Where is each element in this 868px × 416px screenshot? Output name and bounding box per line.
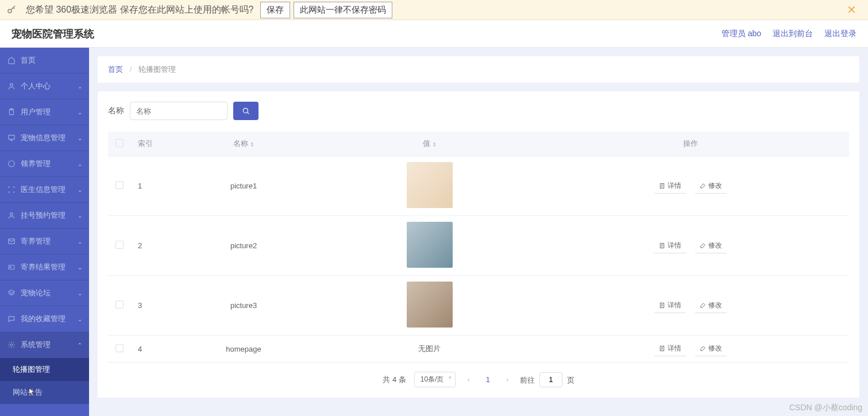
cell-index: 4 [131, 336, 160, 363]
search-row: 名称 [108, 102, 849, 120]
sidebar-item-10[interactable]: 我的收藏管理⌄ [0, 306, 89, 332]
goto-input[interactable] [539, 372, 562, 387]
chevron-down-icon: ⌄ [78, 213, 82, 219]
table-row: 1 picture1 详情 修改 [108, 156, 849, 216]
page-number[interactable]: 1 [481, 375, 495, 384]
main-panel: 名称 索引 名称▲▼ 值▲▼ 操作 1 pict [98, 91, 859, 398]
watermark: CSDN @小蔡coding [789, 403, 862, 413]
page-size-select[interactable]: 10条/页 [414, 372, 456, 387]
cell-actions: 详情 修改 [532, 156, 849, 216]
checkbox-all[interactable] [115, 139, 124, 147]
browser-never-button[interactable]: 此网站一律不保存密码 [294, 2, 392, 18]
sidebar-item-label: 寄养管理 [21, 236, 51, 246]
clipboard-icon [7, 107, 16, 117]
row-checkbox[interactable] [115, 344, 124, 352]
browser-save-message: 您希望 360极速浏览器 保存您在此网站上使用的帐号吗? [26, 4, 253, 16]
sidebar-item-label: 医生信息管理 [21, 184, 65, 195]
sidebar-item-label: 挂号预约管理 [21, 210, 65, 221]
cell-index: 2 [131, 216, 160, 276]
edit-button[interactable]: 修改 [695, 341, 727, 356]
exit-front-link[interactable]: 退出到前台 [773, 29, 813, 39]
row-checkbox[interactable] [115, 181, 124, 189]
svg-point-8 [10, 267, 11, 268]
sidebar-item-9[interactable]: 宠物论坛⌄ [0, 280, 89, 306]
table-row: 4 homepage 无图片 详情 修改 [108, 336, 849, 363]
detail-button[interactable]: 详情 [654, 238, 686, 253]
sidebar-item-7[interactable]: 寄养管理⌄ [0, 229, 89, 255]
chevron-down-icon: ⌄ [78, 290, 82, 296]
th-value[interactable]: 值▲▼ [327, 132, 531, 156]
chevron-down-icon: ⌄ [78, 187, 82, 193]
search-button[interactable] [233, 102, 259, 120]
sidebar-item-label: 我的收藏管理 [21, 314, 65, 324]
cell-index: 1 [131, 156, 160, 216]
sidebar-item-0[interactable]: 首页 [0, 48, 89, 74]
chevron-down-icon: ⌄ [78, 83, 82, 90]
sidebar-item-2[interactable]: 用户管理⌄ [0, 99, 89, 125]
sidebar-item-11[interactable]: 系统管理⌄ [0, 332, 89, 358]
page-next[interactable]: › [503, 375, 512, 384]
sort-icon: ▲▼ [433, 141, 437, 147]
svg-point-4 [9, 161, 15, 167]
thumbnail-image[interactable] [407, 162, 453, 208]
top-header: 宠物医院管理系统 管理员 abo 退出到前台 退出登录 [0, 20, 868, 48]
sidebar-subitem-11-1[interactable]: 网站公告 [0, 381, 89, 404]
cell-actions: 详情 修改 [532, 216, 849, 276]
chevron-down-icon: ⌄ [78, 161, 82, 167]
sidebar-item-3[interactable]: 宠物信息管理⌄ [0, 125, 89, 151]
edit-button[interactable]: 修改 [695, 179, 727, 194]
th-name[interactable]: 名称▲▼ [160, 132, 327, 156]
sidebar-item-label: 用户管理 [21, 107, 51, 117]
svg-point-5 [10, 213, 13, 215]
breadcrumb-home[interactable]: 首页 [108, 65, 123, 74]
chevron-down-icon: ⌄ [78, 109, 82, 115]
sidebar-item-8[interactable]: 寄养结果管理⌄ [0, 255, 89, 280]
sidebar-item-label: 宠物论坛 [21, 288, 51, 298]
sidebar-item-6[interactable]: 挂号预约管理⌄ [0, 203, 89, 229]
table-row: 3 picture3 详情 修改 [108, 276, 849, 336]
page-prev[interactable]: ‹ [464, 375, 473, 384]
sidebar-subitem-11-0[interactable]: 轮播图管理 [0, 358, 89, 381]
sidebar-item-label: 个人中心 [21, 81, 51, 91]
chat-icon [7, 314, 16, 323]
sidebar-item-4[interactable]: 领养管理⌄ [0, 151, 89, 177]
gear-icon [7, 340, 16, 349]
breadcrumb: 首页 / 轮播图管理 [98, 56, 859, 83]
browser-save-button[interactable]: 保存 [260, 2, 290, 18]
browser-save-bar: 您希望 360极速浏览器 保存您在此网站上使用的帐号吗? 保存 此网站一律不保存… [0, 0, 868, 20]
close-icon[interactable]: ✕ [841, 3, 862, 17]
table-row: 2 picture2 详情 修改 [108, 216, 849, 276]
edit-button[interactable]: 修改 [695, 298, 727, 313]
breadcrumb-current: 轮播图管理 [138, 65, 176, 74]
search-input[interactable] [130, 102, 227, 120]
search-icon [242, 107, 250, 115]
cell-value [327, 156, 531, 216]
svg-point-0 [8, 9, 11, 13]
badge-icon [7, 263, 16, 272]
row-checkbox[interactable] [115, 241, 124, 249]
sort-icon: ▲▼ [250, 141, 254, 147]
edit-button[interactable]: 修改 [695, 238, 727, 253]
pagination-total: 共 4 条 [383, 375, 406, 385]
layers-icon [7, 288, 16, 298]
user-icon [7, 82, 16, 91]
pagination: 共 4 条 10条/页 ‹ 1 › 前往 页 [108, 372, 849, 387]
th-index: 索引 [131, 132, 160, 156]
cell-name: picture3 [160, 276, 327, 336]
logout-link[interactable]: 退出登录 [824, 29, 857, 39]
admin-link[interactable]: 管理员 abo [722, 29, 761, 39]
sidebar: 首页个人中心⌄用户管理⌄宠物信息管理⌄领养管理⌄医生信息管理⌄挂号预约管理⌄寄养… [0, 48, 89, 416]
sidebar-item-1[interactable]: 个人中心⌄ [0, 74, 89, 99]
sidebar-item-5[interactable]: 医生信息管理⌄ [0, 177, 89, 203]
thumbnail-image[interactable] [407, 282, 453, 328]
detail-button[interactable]: 详情 [654, 179, 686, 194]
home-icon [7, 56, 16, 65]
sidebar-item-label: 宠物信息管理 [21, 133, 65, 143]
thumbnail-image[interactable] [407, 222, 453, 268]
breadcrumb-separator: / [130, 65, 132, 74]
detail-button[interactable]: 详情 [654, 341, 686, 356]
svg-point-1 [10, 83, 13, 86]
sidebar-item-label: 首页 [21, 55, 36, 66]
row-checkbox[interactable] [115, 301, 124, 309]
detail-button[interactable]: 详情 [654, 298, 686, 313]
